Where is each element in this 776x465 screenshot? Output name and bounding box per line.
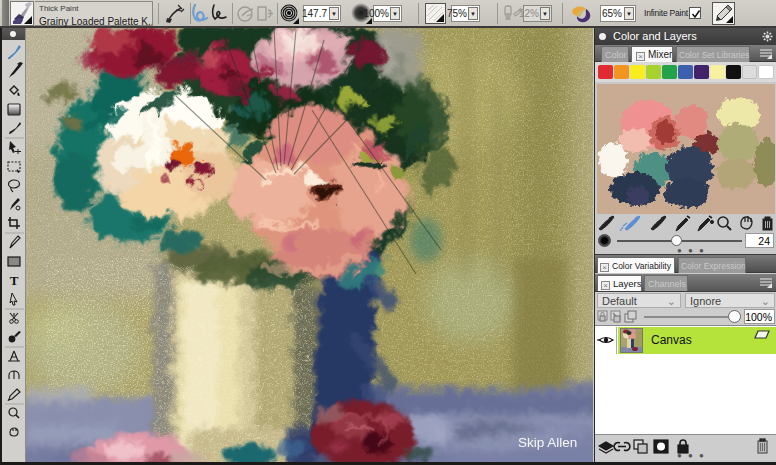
svg-text:T: T [10,273,19,288]
svg-text:Skip Allen: Skip Allen [518,435,577,450]
